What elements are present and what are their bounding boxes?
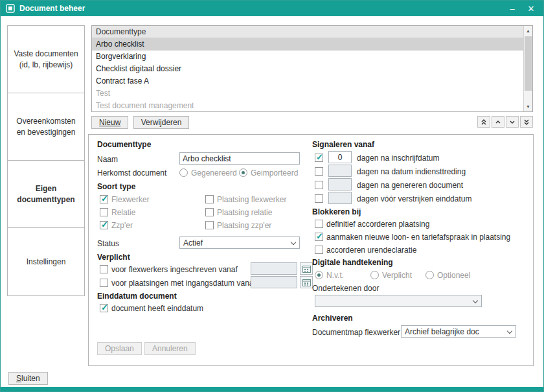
window-bottom-strip <box>1 387 543 391</box>
naam-label: Naam <box>97 155 118 164</box>
checkbox-zzper[interactable]: Zzp'er <box>100 220 133 230</box>
checkbox-box <box>205 208 214 216</box>
save-button[interactable]: Opslaan <box>97 342 142 355</box>
documentmap-dropdown-value: Archief belagrijke doc <box>405 327 479 336</box>
radio-optioneel[interactable]: Optioneel <box>425 270 470 280</box>
scroll-up-icon[interactable]: ▲ <box>524 26 532 36</box>
double-chevron-up-icon <box>481 119 487 126</box>
radio-geimporteerd[interactable]: Geimporteerd <box>239 168 298 178</box>
checkbox-box <box>315 220 323 228</box>
calendar-button[interactable] <box>300 262 313 275</box>
checkbox-box <box>100 304 108 312</box>
sidebar-tab-eigen-documenttypen[interactable]: Eigen documenttypen <box>8 161 84 228</box>
checkbox-label: voor flexwerkers ingeschreven vanaf <box>111 265 238 274</box>
list-item-label: Borgverklaring <box>96 52 146 61</box>
verplicht-plaatsingen-date-input[interactable] <box>251 276 297 288</box>
radio-label: Gegenereerd <box>191 168 237 178</box>
radio-label: N.v.t. <box>326 271 344 280</box>
checkbox-signaleren-genereren[interactable] <box>315 180 323 190</box>
signaleren-dagen-input[interactable] <box>328 165 352 177</box>
move-top-button[interactable] <box>477 116 490 128</box>
signaleren-dagen-input[interactable] <box>328 151 352 163</box>
checkbox-label: Relatie <box>111 208 135 217</box>
radio-nvt[interactable]: N.v.t. <box>315 270 344 280</box>
titlebar: Document beheer – ✕ <box>1 1 543 16</box>
checkbox-verplicht-flexwerkers[interactable]: voor flexwerkers ingeschreven vanaf <box>100 264 238 274</box>
checkbox-box <box>100 208 108 216</box>
close-dialog-button[interactable]: Sluiten <box>8 372 48 385</box>
signaleren-row-label: dagen na genereren document <box>357 181 463 190</box>
checkbox-box <box>315 194 323 203</box>
documentmap-dropdown[interactable]: Archief belagrijke doc <box>401 325 516 338</box>
checkbox-plaatsing-flexwerker[interactable]: Plaatsing flexwerker <box>205 194 286 204</box>
list-item[interactable]: Test <box>92 87 523 100</box>
radio-gegenereerd[interactable]: Gegenereerd <box>179 168 237 178</box>
list-item[interactable]: Arbo checklist <box>92 38 523 51</box>
signaleren-dagen-input[interactable] <box>328 192 352 204</box>
checkbox-aanmaken-loon-tariefafspraak[interactable]: aanmaken nieuwe loon- en tariefafspraak … <box>315 232 510 242</box>
documenttype-form-panel: Documenttype Naam Herkomst document Gege… <box>88 134 534 366</box>
checkbox-signaleren-inschrijfdatum[interactable] <box>315 153 323 163</box>
radio-verplicht[interactable]: Verplicht <box>370 270 412 280</box>
checkbox-relatie[interactable]: Relatie <box>100 207 135 217</box>
checkbox-box <box>315 181 323 189</box>
checkbox-box <box>100 221 108 229</box>
delete-button-label: Verwijderen <box>141 118 182 127</box>
checkbox-document-heeft-einddatum[interactable]: document heeft einddatum <box>100 303 203 313</box>
new-button[interactable]: Nieuw <box>91 116 128 129</box>
list-scrollbar[interactable]: ▲ ▼ <box>523 26 532 111</box>
checkbox-plaatsing-zzper[interactable]: Plaatsing zzp'er <box>205 220 271 230</box>
sidebar-tab-instellingen[interactable]: Instellingen <box>8 228 84 295</box>
section-header-verplicht: Verplicht <box>97 253 130 262</box>
chevron-down-icon <box>291 240 296 245</box>
list-item[interactable]: Borgverklaring <box>92 51 523 63</box>
delete-button[interactable]: Verwijderen <box>133 116 190 129</box>
document-beheer-window: Document beheer – ✕ Vaste documenten (id… <box>0 0 544 392</box>
checkbox-flexwerker[interactable]: Flexwerker <box>100 194 150 204</box>
document-icon <box>6 4 15 13</box>
naam-input[interactable] <box>179 152 300 165</box>
checkbox-signaleren-indiensttreding[interactable] <box>315 167 323 176</box>
move-bottom-button[interactable] <box>520 116 533 128</box>
signaleren-dagen-input[interactable] <box>328 178 352 190</box>
checkbox-box <box>315 167 323 176</box>
checkbox-verplicht-plaatsingen[interactable]: voor plaatsingen met ingangsdatum vanaf <box>100 278 256 288</box>
scrollbar-thumb[interactable] <box>525 36 532 91</box>
checkbox-accorderen-urendeclaratie[interactable]: accorderen urendeclaratie <box>315 245 416 255</box>
scroll-down-icon[interactable]: ▼ <box>524 102 532 111</box>
list-item[interactable]: Contract fase A <box>92 75 523 87</box>
checkbox-definitief-accorderen[interactable]: definitief accorderen plaatsing <box>315 219 429 229</box>
sidebar-tab-vaste-documenten[interactable]: Vaste documenten (id, lb, rijbewijs) <box>8 26 84 93</box>
list-item[interactable]: Test document management <box>92 100 523 112</box>
documenttype-list: Documenttype Arbo checklist Borgverklari… <box>91 25 533 112</box>
checkbox-box <box>100 265 108 273</box>
list-item[interactable]: Checklist digitaal dossier <box>92 63 523 75</box>
status-dropdown[interactable]: Actief <box>179 236 300 249</box>
cancel-button[interactable]: Annuleren <box>144 342 196 355</box>
checkbox-signaleren-einddatum[interactable] <box>315 194 323 203</box>
minimize-icon[interactable]: – <box>505 2 519 15</box>
tab-label: Overeenkomsten en bevestigingen <box>13 116 79 137</box>
tab-label: Instellingen <box>27 257 66 267</box>
close-dialog-button-label: Sluiten <box>16 374 40 383</box>
section-header-blokkeren: Blokkeren bij <box>312 207 361 216</box>
sidebar-tab-overeenkomsten[interactable]: Overeenkomsten en bevestigingen <box>8 93 84 161</box>
verplicht-flexwerkers-date-input[interactable] <box>251 262 297 275</box>
move-down-button[interactable] <box>506 116 519 128</box>
checkbox-label: voor plaatsingen met ingangsdatum vanaf <box>111 279 256 288</box>
move-up-button[interactable] <box>492 116 504 128</box>
ondertekenen-dropdown[interactable] <box>315 295 482 307</box>
checkbox-label: document heeft einddatum <box>111 304 203 313</box>
section-header-documenttype: Documenttype <box>97 140 151 149</box>
calendar-button[interactable] <box>300 276 313 288</box>
cancel-button-label: Annuleren <box>152 344 188 353</box>
checkbox-label: Zzp'er <box>111 221 133 230</box>
checkbox-plaatsing-relatie[interactable]: Plaatsing relatie <box>205 207 272 217</box>
list-item-label: Arbo checklist <box>96 40 144 49</box>
radio-circle <box>425 271 434 279</box>
new-button-label: Nieuw <box>99 118 120 127</box>
close-icon[interactable]: ✕ <box>524 2 538 15</box>
checkbox-label: accorderen urendeclaratie <box>326 246 416 255</box>
calendar-icon <box>302 265 311 273</box>
chevron-up-icon <box>495 119 501 126</box>
